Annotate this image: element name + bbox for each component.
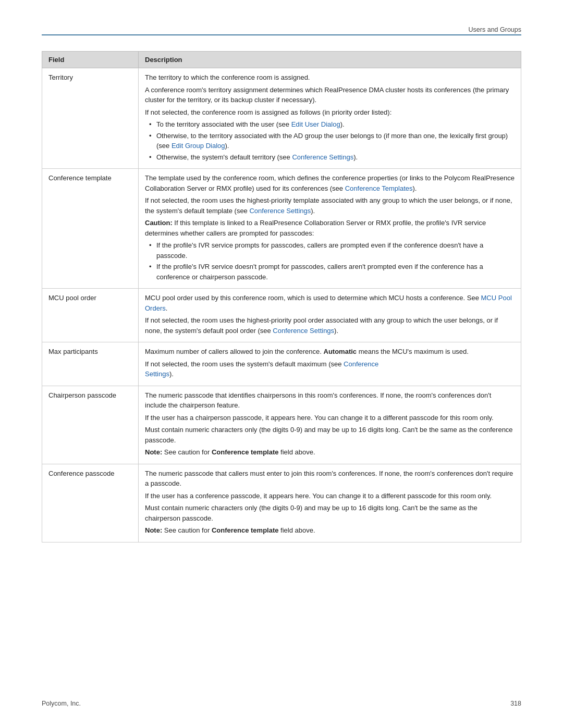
edit-user-dialog-link[interactable]: Edit User Dialog <box>291 120 340 128</box>
chair-para1: The numeric passcode that identifies cha… <box>145 390 515 411</box>
conf-pass-para3: Must contain numeric characters only (th… <box>145 503 515 523</box>
desc-col-header: Description <box>139 52 521 68</box>
bullet-item: If the profile's IVR service prompts for… <box>149 240 515 261</box>
territory-para1: The territory to which the conference ro… <box>145 72 515 83</box>
conference-settings-link-2[interactable]: Conference Settings <box>249 207 311 215</box>
ct-para1: The template used by the conference room… <box>145 173 515 193</box>
field-chairperson-passcode: Chairperson passcode <box>42 386 139 464</box>
field-mcu-pool-order: MCU pool order <box>42 289 139 342</box>
conference-template-ref: Conference template <box>212 448 279 456</box>
field-conference-passcode: Conference passcode <box>42 464 139 542</box>
field-col-header: Field <box>42 52 139 68</box>
footer-company: Polycom, Inc. <box>42 700 81 707</box>
bullet-item: If the profile's IVR service doesn't pro… <box>149 262 515 282</box>
conference-template-ref-2: Conference template <box>212 526 279 534</box>
table-row: Max participants Maximum number of calle… <box>42 342 521 386</box>
caution-label: Caution: <box>145 219 173 227</box>
note-label-2: Note: <box>145 526 162 534</box>
territory-para2: A conference room's territory assignment… <box>145 85 515 105</box>
conference-settings-link-4[interactable]: ConferenceSettings <box>145 360 378 378</box>
page: Users and Groups Field Description Terri… <box>0 0 563 728</box>
chair-note: Note: See caution for Conference templat… <box>145 447 515 458</box>
desc-conference-template: The template used by the conference room… <box>139 169 521 289</box>
bullet-item: To the territory associated with the use… <box>149 119 515 130</box>
territory-bullets: To the territory associated with the use… <box>145 119 515 162</box>
header-text: Users and Groups <box>469 26 521 33</box>
desc-conference-passcode: The numeric passcode that callers must e… <box>139 464 521 542</box>
note-label: Note: <box>145 448 162 456</box>
conference-templates-link[interactable]: Conference Templates <box>345 184 413 192</box>
territory-para3: If not selected, the conference room is … <box>145 107 515 118</box>
max-para2: If not selected, the room uses the syste… <box>145 359 515 379</box>
field-territory: Territory <box>42 68 139 169</box>
mcu-para1: MCU pool order used by this conference r… <box>145 293 515 313</box>
edit-group-dialog-link[interactable]: Edit Group Dialog <box>172 142 225 150</box>
chair-para3: Must contain numeric characters only (th… <box>145 425 515 445</box>
header-section: Users and Groups <box>469 26 521 33</box>
bullet-item: Otherwise, the system's default territor… <box>149 152 515 163</box>
automatic-label: Automatic <box>324 348 357 355</box>
conference-settings-link-3[interactable]: Conference Settings <box>273 327 334 335</box>
field-conference-template: Conference template <box>42 169 139 289</box>
field-max-participants: Max participants <box>42 342 139 386</box>
conference-settings-link-1[interactable]: Conference Settings <box>292 153 353 161</box>
table-row: Conference passcode The numeric passcode… <box>42 464 521 542</box>
conf-pass-para2: If the user has a conference passcode, i… <box>145 491 515 501</box>
chair-para2: If the user has a chairperson passcode, … <box>145 413 515 423</box>
ct-para2: If not selected, the room uses the highe… <box>145 195 515 216</box>
conf-pass-para1: The numeric passcode that callers must e… <box>145 468 515 489</box>
desc-chairperson-passcode: The numeric passcode that identifies cha… <box>139 386 521 464</box>
table-header-row: Field Description <box>42 52 521 68</box>
max-para1: Maximum number of callers allowed to joi… <box>145 347 515 357</box>
mcu-pool-orders-link[interactable]: MCU Pool Orders <box>145 294 512 312</box>
main-table: Field Description Territory The territor… <box>42 51 521 542</box>
desc-territory: The territory to which the conference ro… <box>139 68 521 169</box>
desc-max-participants: Maximum number of callers allowed to joi… <box>139 342 521 386</box>
footer-page: 318 <box>510 700 521 707</box>
ct-caution: Caution: If this template is linked to a… <box>145 218 515 238</box>
header-divider <box>42 34 521 35</box>
table-row: Conference template The template used by… <box>42 169 521 289</box>
mcu-para2: If not selected, the room uses the highe… <box>145 315 515 336</box>
bullet-item: Otherwise, to the territory associated w… <box>149 131 515 151</box>
table-row: MCU pool order MCU pool order used by th… <box>42 289 521 342</box>
table-row: Territory The territory to which the con… <box>42 68 521 169</box>
ct-bullets: If the profile's IVR service prompts for… <box>145 240 515 282</box>
desc-mcu-pool-order: MCU pool order used by this conference r… <box>139 289 521 342</box>
table-row: Chairperson passcode The numeric passcod… <box>42 386 521 464</box>
conf-pass-note: Note: See caution for Conference templat… <box>145 525 515 536</box>
